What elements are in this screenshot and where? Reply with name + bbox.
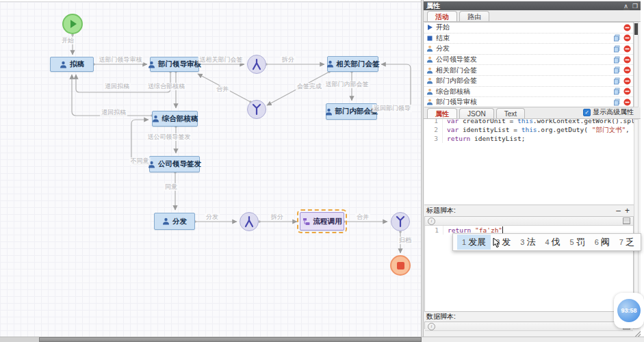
flow-node-dept-leader-review[interactable]: 部门领导审核	[150, 57, 199, 72]
title-script-collapse-button[interactable]: –	[614, 207, 623, 215]
advanced-properties-label: 显示高级属性	[593, 107, 634, 117]
title-script-label: 标题脚本:	[426, 206, 456, 215]
activity-list-item[interactable]: 开始	[424, 23, 633, 34]
edge-label: 开始	[60, 37, 75, 44]
delete-icon[interactable]	[623, 24, 631, 31]
copy-icon[interactable]	[613, 98, 621, 106]
canvas-horizontal-scrollbar[interactable]	[0, 337, 422, 342]
flow-node-split-2[interactable]	[240, 212, 259, 231]
delete-icon[interactable]	[623, 77, 631, 85]
video-player-bubble[interactable]: 93:58	[614, 293, 644, 328]
flow-node-join-1[interactable]	[247, 100, 266, 119]
flow-node-dept-internal-countersign[interactable]: 部门内部会签	[326, 103, 377, 120]
delete-icon[interactable]	[623, 66, 631, 74]
title-script-expand-button[interactable]: +	[623, 207, 632, 215]
edge-label: 合并	[355, 213, 370, 221]
data-script-editor[interactable]: i	[424, 321, 634, 329]
join-gateway-icon	[393, 214, 408, 229]
ime-candidate-4[interactable]: 4伐	[540, 235, 565, 250]
delete-icon[interactable]	[623, 34, 631, 42]
flow-edges-layer	[0, 2, 422, 337]
canvas-hscroll-thumb[interactable]	[39, 337, 422, 342]
advanced-properties-checkbox[interactable]: ✓	[583, 109, 591, 116]
code-line[interactable]: 1var creatorUnit = this.workContext.getW…	[424, 119, 634, 125]
edge-label: 拆分	[270, 213, 285, 221]
copy-icon[interactable]	[613, 77, 621, 85]
node-label: 拟稿	[70, 60, 84, 69]
ime-candidate-1[interactable]: 1发展	[457, 235, 491, 250]
delete-icon[interactable]	[623, 56, 631, 64]
person-icon	[426, 88, 433, 95]
activity-list-item[interactable]: 部门领导审核	[424, 97, 633, 107]
properties-panel-header: 属性 ∧ ❐	[424, 1, 641, 11]
delete-icon[interactable]	[623, 98, 631, 106]
tab-路由[interactable]: 路由	[459, 11, 489, 21]
ime-candidate-6[interactable]: 6阀	[590, 235, 615, 250]
flow-node-draft[interactable]: 拟稿	[50, 57, 94, 72]
info-icon[interactable]: i	[428, 218, 435, 225]
activity-list-scroll-thumb[interactable]	[634, 23, 638, 35]
copy-icon[interactable]	[613, 66, 621, 74]
tab-JSON[interactable]: JSON	[459, 108, 494, 118]
tab-活动[interactable]: 活动	[427, 11, 457, 21]
info-icon[interactable]: i	[428, 323, 435, 330]
edge-label: 合并	[215, 86, 230, 93]
flow-node-general-office-review[interactable]: 综合部核稿	[152, 111, 198, 127]
flow-node-process-call[interactable]: 流程调用	[300, 212, 344, 231]
node-label: 公司领导签发	[158, 159, 201, 169]
flow-node-company-leader-sign[interactable]: 公司领导签发	[149, 156, 200, 172]
copy-icon[interactable]	[613, 34, 621, 42]
flow-designer-canvas[interactable]: 拟稿部门领导审核相关部门会签部门内部会签综合部核稿公司领导签发分发流程调用 开始…	[0, 1, 422, 337]
playback-time-bubble[interactable]: 93:58	[617, 299, 641, 322]
edge-label: 返回部门领导	[372, 105, 412, 112]
node-label: 分发	[172, 217, 187, 226]
flow-node-end[interactable]	[390, 255, 411, 276]
join-gateway-icon	[249, 102, 264, 117]
ime-candidate-3[interactable]: 3法	[515, 235, 540, 250]
stop-icon	[397, 262, 404, 269]
activity-list-item[interactable]: 公司领导签发	[424, 55, 633, 66]
resize-grip[interactable]	[635, 331, 641, 337]
activity-list-item[interactable]: 相关部门会签	[424, 65, 633, 76]
copy-icon[interactable]	[613, 56, 621, 64]
flow-node-distribute[interactable]: 分发	[154, 213, 195, 230]
tab-Text[interactable]: Text	[496, 108, 525, 118]
delete-icon[interactable]	[623, 88, 631, 95]
ime-candidate-5[interactable]: 5罚	[565, 235, 590, 250]
activity-item-label: 部门内部会签	[436, 76, 610, 86]
split-gateway-icon	[242, 214, 257, 229]
end-icon	[426, 35, 433, 42]
activity-item-label: 公司领导签发	[436, 55, 610, 64]
activity-list-scrollbar[interactable]	[634, 22, 639, 107]
activity-route-tabbar: 活动路由	[424, 10, 641, 22]
flow-edge[interactable]	[377, 64, 411, 109]
activity-list-item[interactable]: 综合部核稿	[424, 87, 633, 98]
title-script-editor[interactable]: i 1return "fa'zh"	[424, 216, 634, 312]
delete-icon[interactable]	[623, 45, 631, 53]
text-cursor	[502, 226, 503, 233]
code-line[interactable]: 3return identityList;	[424, 134, 634, 143]
mouse-cursor-icon	[493, 237, 501, 248]
script-editor-scroll-thumb[interactable]	[623, 8, 630, 10]
split-gateway-icon	[249, 57, 264, 72]
copy-icon[interactable]	[613, 88, 621, 95]
flow-node-related-dept-countersign[interactable]: 相关部门会签	[327, 56, 378, 72]
node-label: 部门领导审核	[158, 60, 201, 69]
ime-candidate-7[interactable]: 7乏	[615, 235, 639, 250]
activity-list-item[interactable]: 结束	[424, 34, 633, 44]
person-icon	[426, 45, 433, 52]
stack-icon[interactable]	[623, 218, 630, 224]
copy-icon[interactable]	[613, 45, 621, 53]
restore-icon[interactable]: ❐	[632, 3, 638, 10]
activity-script-editor[interactable]: 1var creatorUnit = this.workContext.getW…	[424, 119, 634, 205]
code-line[interactable]: 2var identityList = this.org.getDuty( "部…	[424, 125, 634, 134]
flow-node-start[interactable]	[62, 14, 83, 34]
flow-node-split-1[interactable]	[247, 55, 266, 74]
activity-list-item[interactable]: 分发	[424, 44, 633, 55]
edge-label: 退回拟稿	[100, 109, 127, 116]
tab-属性[interactable]: 属性	[427, 108, 457, 118]
flow-node-join-2[interactable]	[391, 212, 410, 231]
person-icon	[426, 56, 433, 63]
edge-label: 送相关部门会签	[198, 56, 244, 64]
activity-list-item[interactable]: 部门内部会签	[424, 76, 633, 87]
